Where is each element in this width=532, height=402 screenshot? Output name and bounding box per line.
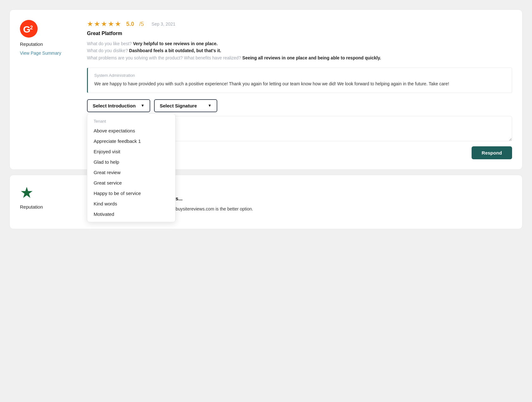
response-author-1: System Administration	[94, 73, 505, 78]
review-header-1: ★ ★ ★ ★ ★ 5.0/5 Sep 3, 2021	[87, 20, 512, 28]
reply-controls-1: Select Introduction ▼ Tenant Above expec…	[87, 99, 512, 112]
question-2-answer: Dashboard feels a bit outdated, but that…	[129, 48, 221, 53]
dropdown-item-6[interactable]: Happy to be of service	[87, 188, 175, 198]
dropdown-item-4[interactable]: Great review	[87, 167, 175, 178]
star-rating-1: ★ ★ ★ ★ ★	[87, 20, 121, 28]
rating-value-1: 5.0	[126, 21, 134, 27]
select-introduction-button[interactable]: Select Introduction ▼	[87, 99, 150, 112]
dropdown-item-5[interactable]: Great service	[87, 178, 175, 188]
star-1: ★	[87, 20, 93, 28]
svg-text:G: G	[23, 24, 30, 34]
introduction-dropdown-menu: Tenant Above expectations Appreciate fee…	[87, 113, 176, 222]
select-signature-button[interactable]: Select Signature ▼	[154, 99, 217, 112]
review-title-1: Great Platform	[87, 31, 512, 36]
select-signature-label: Select Signature	[160, 103, 197, 108]
star-4: ★	[108, 20, 114, 28]
dropdown-item-8[interactable]: Motivated	[87, 209, 175, 219]
star-logo-icon: ★	[20, 185, 34, 200]
response-text-1: We are happy to have provided you with s…	[94, 80, 505, 87]
question-3-prompt: What problems are you solving with the p…	[87, 55, 242, 60]
review-content-1: ★ ★ ★ ★ ★ 5.0/5 Sep 3, 2021 Great Platfo…	[87, 20, 512, 159]
sidebar-title-2: Reputation	[20, 204, 43, 210]
star-2: ★	[94, 20, 100, 28]
question-3-answer: Seeing all reviews in one place and bein…	[242, 55, 381, 60]
svg-text:2: 2	[30, 25, 33, 30]
dropdown-item-1[interactable]: Appreciate feedback 1	[87, 136, 175, 146]
star-5: ★	[115, 20, 121, 28]
select-introduction-label: Select Introduction	[93, 103, 136, 108]
respond-button[interactable]: Respond	[472, 146, 512, 159]
question-1-answer: Very helpful to see reviews in one place…	[133, 41, 218, 46]
dropdown-item-2[interactable]: Enjoyed visit	[87, 146, 175, 157]
star-3: ★	[101, 20, 107, 28]
review-sidebar-2: ★ Reputation	[20, 185, 77, 219]
rating-denom-1: /5	[139, 21, 144, 27]
dropdown-item-7[interactable]: Kind words	[87, 198, 175, 209]
existing-response-1: System Administration We are happy to ha…	[87, 68, 512, 93]
review-sidebar-1: G 2 Reputation View Page Summary	[20, 20, 77, 159]
question-1-prompt: What do you like best?	[87, 41, 133, 46]
review-date-1: Sep 3, 2021	[152, 21, 176, 27]
dropdown-item-0[interactable]: Above expectations	[87, 125, 175, 136]
g2-logo-icon: G 2	[20, 20, 38, 38]
review-body-1: What do you like best? Very helpful to s…	[87, 40, 512, 61]
chevron-down-icon-intro: ▼	[141, 103, 145, 108]
review-card-1: G 2 Reputation View Page Summary ★ ★ ★ ★…	[9, 9, 523, 170]
view-page-summary-link[interactable]: View Page Summary	[20, 51, 61, 56]
sidebar-title-1: Reputation	[20, 41, 43, 47]
dropdown-item-3[interactable]: Glad to help	[87, 157, 175, 167]
dropdown-group-label: Tenant	[87, 116, 175, 125]
review-card-2: ★ Reputation ★ ★ ★ ★ ★ 4.0/5 Sep 1, 2021…	[9, 175, 523, 229]
question-2-prompt: What do you dislike?	[87, 48, 129, 53]
chevron-down-icon-sig: ▼	[208, 103, 212, 108]
